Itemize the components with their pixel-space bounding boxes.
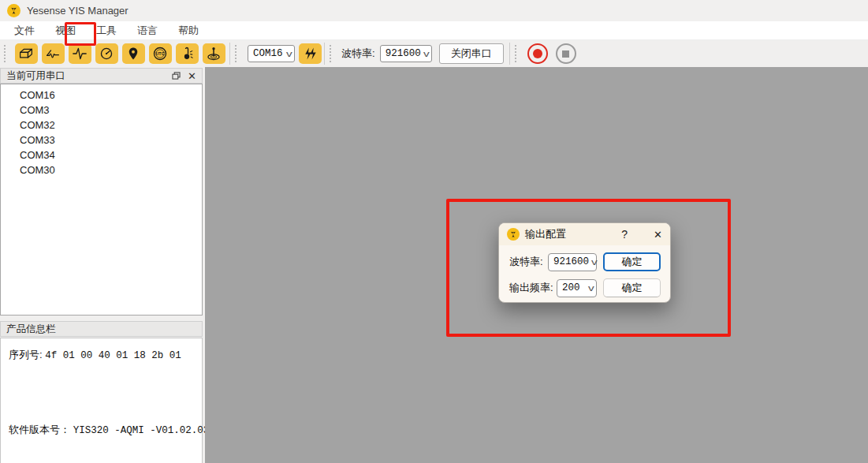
dialog-help-button[interactable]: ? bbox=[621, 228, 628, 241]
dialog-close-button[interactable]: ✕ bbox=[654, 229, 662, 241]
attitude-button[interactable] bbox=[203, 43, 225, 64]
close-port-button[interactable]: 关闭串口 bbox=[439, 43, 504, 64]
window-title: Yesense YIS Manager bbox=[27, 5, 129, 17]
baud-rate-row: 波特率: 921600 v 确定 bbox=[509, 252, 661, 271]
dialog-rate-label: 输出频率: bbox=[509, 281, 553, 295]
toolbar: UTC COM16 v 波特率: 921600 bbox=[0, 40, 868, 67]
menu-view[interactable]: 视图 bbox=[49, 21, 82, 40]
ports-panel-header: 当前可用串口 ✕ bbox=[0, 68, 203, 84]
serial-number-value: 4f 01 00 40 01 18 2b 01 bbox=[45, 350, 181, 361]
temperature-button[interactable] bbox=[176, 43, 199, 64]
stop-icon bbox=[562, 50, 569, 58]
gauge-icon bbox=[99, 47, 114, 61]
stop-button[interactable] bbox=[556, 43, 576, 64]
float-panel-icon[interactable] bbox=[172, 72, 181, 80]
toolbar-handle[interactable] bbox=[330, 45, 335, 62]
title-bar: Yesense YIS Manager bbox=[0, 0, 868, 21]
chevron-down-icon: v bbox=[591, 257, 598, 267]
record-icon bbox=[533, 49, 542, 58]
dialog-title: 输出配置 bbox=[525, 227, 566, 241]
serial-number-label: 序列号: bbox=[9, 349, 43, 360]
dialog-baud-label: 波特率: bbox=[509, 255, 543, 269]
serial-number-row: 序列号: 4f 01 00 40 01 18 2b 01 bbox=[9, 348, 181, 362]
dialog-rate-value: 200 bbox=[562, 282, 580, 293]
port-list-item[interactable]: COM32 bbox=[1, 118, 202, 133]
svg-text:UTC: UTC bbox=[155, 51, 164, 56]
software-version-row: 软件版本号： YIS320 -AQMI -V01.02.03; bbox=[9, 423, 215, 437]
toolbar-separator bbox=[509, 43, 510, 65]
raw-wave-button[interactable] bbox=[69, 43, 91, 64]
utc-clock-button[interactable]: UTC bbox=[149, 43, 172, 64]
app-logo-icon bbox=[7, 4, 20, 17]
port-list-item[interactable]: COM34 bbox=[1, 147, 202, 162]
software-version-label: 软件版本号： bbox=[9, 424, 70, 435]
menu-bar: 文件 视图 工具 语言 帮助 bbox=[0, 21, 868, 40]
baud-confirm-button[interactable]: 确定 bbox=[603, 252, 661, 271]
chevron-down-icon: v bbox=[423, 49, 430, 58]
dialog-baud-value: 921600 bbox=[553, 256, 589, 267]
angle-wave-icon bbox=[45, 47, 61, 61]
attitude-gyro-icon bbox=[206, 46, 222, 62]
toolbar-separator bbox=[229, 43, 230, 65]
waveform-icon bbox=[72, 47, 88, 61]
dialog-baud-select[interactable]: 921600 v bbox=[548, 253, 597, 271]
baud-rate-select[interactable]: 921600 v bbox=[380, 45, 432, 62]
output-config-dialog: 输出配置 ? ✕ 波特率: 921600 v 确定 输出频率: 200 v 确定 bbox=[498, 222, 671, 303]
utc-clock-icon: UTC bbox=[152, 46, 168, 62]
ports-panel-title: 当前可用串口 bbox=[6, 69, 65, 83]
ports-list: COM16 COM3 COM32 COM33 COM34 COM30 bbox=[0, 84, 203, 316]
gauge-button[interactable] bbox=[95, 43, 118, 64]
toolbar-handle[interactable] bbox=[235, 45, 240, 62]
output-rate-row: 输出频率: 200 v 确定 bbox=[509, 278, 661, 297]
location-button[interactable] bbox=[122, 43, 145, 64]
toolbar-separator bbox=[324, 43, 325, 65]
left-dock: 当前可用串口 ✕ COM16 COM3 COM32 COM33 COM34 CO… bbox=[0, 67, 205, 463]
location-pin-icon bbox=[126, 47, 140, 61]
chevron-down-icon: v bbox=[587, 283, 594, 293]
menu-tools[interactable]: 工具 bbox=[90, 21, 123, 40]
menu-file[interactable]: 文件 bbox=[8, 21, 41, 40]
port-select-value: COM16 bbox=[253, 48, 283, 59]
rate-confirm-button[interactable]: 确定 bbox=[603, 278, 661, 297]
menu-language[interactable]: 语言 bbox=[131, 21, 164, 40]
port-list-item[interactable]: COM16 bbox=[1, 88, 202, 103]
info-panel-title: 产品信息栏 bbox=[6, 323, 56, 336]
3d-cube-icon bbox=[18, 47, 34, 61]
software-version-value: YIS320 -AQMI -V01.02.03; bbox=[73, 425, 215, 436]
angle-wave-button[interactable] bbox=[42, 43, 65, 64]
refresh-icon bbox=[304, 47, 318, 61]
port-list-item[interactable]: COM30 bbox=[1, 162, 202, 177]
port-select[interactable]: COM16 v bbox=[248, 45, 295, 62]
info-panel-header: 产品信息栏 bbox=[0, 321, 203, 337]
port-list-item[interactable]: COM33 bbox=[1, 133, 202, 147]
record-button[interactable] bbox=[527, 43, 548, 64]
info-panel-body: 序列号: 4f 01 00 40 01 18 2b 01 软件版本号： YIS3… bbox=[0, 338, 203, 463]
toolbar-handle[interactable] bbox=[4, 45, 9, 62]
baud-rate-label: 波特率: bbox=[341, 47, 375, 61]
thermometer-icon bbox=[180, 46, 194, 62]
baud-rate-value: 921600 bbox=[386, 48, 421, 59]
close-panel-icon[interactable]: ✕ bbox=[188, 71, 196, 81]
refresh-ports-button[interactable] bbox=[299, 43, 322, 64]
chevron-down-icon: v bbox=[285, 49, 292, 58]
menu-help[interactable]: 帮助 bbox=[172, 21, 205, 40]
port-list-item[interactable]: COM3 bbox=[1, 103, 202, 118]
toolbar-handle[interactable] bbox=[515, 45, 520, 62]
dialog-title-bar: 输出配置 ? ✕ bbox=[499, 223, 670, 245]
dialog-rate-select[interactable]: 200 v bbox=[557, 279, 597, 297]
dialog-app-icon bbox=[507, 228, 520, 241]
3d-view-button[interactable] bbox=[15, 43, 38, 64]
